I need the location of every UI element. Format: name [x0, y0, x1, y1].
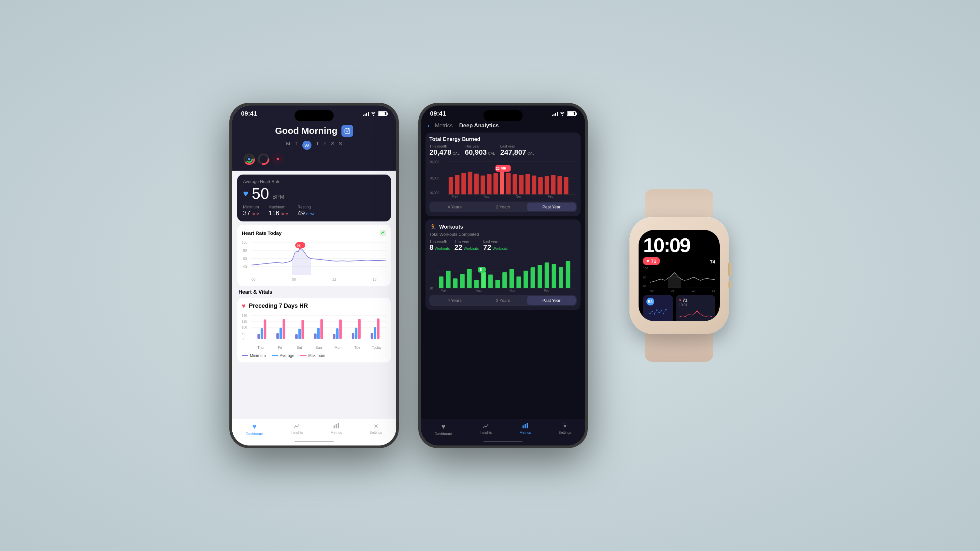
svg-text:Feb: Feb	[548, 195, 554, 198]
svg-rect-115	[495, 280, 500, 288]
hr-value: 50	[252, 186, 269, 202]
svg-rect-48	[280, 328, 282, 339]
svg-rect-68	[554, 114, 555, 116]
calendar-icon	[344, 128, 350, 134]
vitals-section-label: Heart & Vitals	[239, 289, 272, 295]
settings-icon	[372, 422, 380, 430]
watch-side-button	[729, 281, 731, 289]
phone2-screen: 09:41	[421, 105, 585, 446]
svg-rect-54	[264, 319, 267, 339]
svg-rect-107	[453, 278, 458, 288]
p2-tab-settings[interactable]: Settings	[558, 422, 571, 434]
legend-average: Average	[272, 353, 294, 358]
workout-pastyear-btn[interactable]: Past Year	[527, 296, 576, 305]
max-value: 116	[269, 210, 279, 217]
svg-text:52: 52	[297, 243, 301, 247]
max-label: Maximum	[269, 205, 288, 210]
svg-rect-90	[519, 175, 523, 194]
energy-4years-btn[interactable]: 4 Years	[430, 203, 479, 211]
svg-point-14	[248, 158, 251, 160]
hr-today-chart: 100 80 60 40 52	[242, 239, 387, 275]
svg-rect-45	[352, 333, 355, 339]
svg-text:50: 50	[242, 337, 245, 341]
svg-rect-117	[509, 269, 514, 288]
energy-2years-btn[interactable]: 2 Years	[479, 203, 527, 211]
svg-text:Aug: Aug	[476, 289, 481, 292]
workout-thisyear-unit: Workouts	[464, 246, 479, 251]
workout-title: Workouts	[439, 224, 463, 230]
svg-rect-88	[506, 173, 511, 194]
day-F: F	[323, 141, 326, 150]
svg-rect-108	[460, 274, 465, 288]
svg-text:100: 100	[242, 326, 247, 329]
tab-insights[interactable]: Insights	[291, 422, 303, 434]
svg-rect-131	[525, 424, 526, 429]
energy-lastyear-unit: CAL	[527, 151, 534, 155]
svg-point-66	[375, 425, 377, 427]
svg-text:May: May	[452, 195, 458, 198]
avg-hr-label: Average Heart Rate	[243, 179, 385, 184]
rest-value: 49	[298, 210, 305, 217]
svg-rect-69	[555, 113, 556, 116]
svg-rect-114	[488, 275, 493, 288]
svg-rect-78	[455, 175, 460, 194]
watch-hr-mini-chart	[679, 308, 712, 319]
svg-rect-91	[525, 174, 530, 194]
min-unit: BPM	[251, 212, 259, 216]
phone2-time: 09:41	[430, 110, 446, 117]
workout-subtitle: Total Workouts Completed	[430, 232, 577, 237]
watch-body: 10:09 ♥ 71 100 80 60	[630, 217, 729, 334]
svg-text:Nov: Nov	[516, 195, 522, 198]
p2-tab-insights[interactable]: Insights	[480, 422, 492, 434]
watch-steps-value: 53	[646, 298, 654, 305]
workout-bar-chart: 10 5	[430, 254, 577, 292]
svg-rect-41	[276, 333, 279, 339]
workout-thisyear-value: 22	[455, 243, 462, 252]
energy-pastyear-btn[interactable]: Past Year	[527, 203, 576, 211]
p2-battery-icon	[567, 111, 576, 116]
p2-tab-metrics[interactable]: Metrics	[519, 422, 531, 434]
signal-icon	[363, 112, 369, 116]
svg-rect-93	[538, 177, 543, 194]
p2-tab-dashboard[interactable]: ♥ Dashboard	[434, 422, 452, 436]
dynamic-island	[294, 110, 334, 121]
workout-thismonth-unit: Workouts	[434, 246, 450, 251]
tab-insights-label: Insights	[291, 430, 303, 434]
svg-rect-53	[374, 327, 376, 339]
p2-insights-icon	[482, 422, 489, 430]
svg-rect-50	[317, 328, 320, 339]
p2-tab-dashboard-label: Dashboard	[434, 432, 452, 436]
workout-4years-btn[interactable]: 4 Years	[430, 296, 479, 305]
phone1-time: 09:41	[241, 110, 257, 117]
tab-dashboard[interactable]: ♥ Dashboard	[246, 422, 263, 436]
svg-rect-3	[368, 112, 369, 116]
workout-2years-btn[interactable]: 2 Years	[479, 296, 527, 305]
watch-heart-badge: ♥ 71	[643, 257, 660, 265]
svg-rect-8	[346, 131, 347, 132]
insights-icon	[293, 422, 301, 430]
svg-rect-105	[439, 276, 444, 288]
workout-lastyear-unit: Workouts	[493, 246, 508, 251]
day-mon-label: Mon	[332, 346, 344, 349]
svg-rect-96	[557, 176, 562, 194]
day-W-active: W	[302, 141, 312, 150]
svg-point-146	[696, 311, 698, 312]
svg-rect-49	[298, 329, 301, 339]
svg-rect-2	[366, 113, 367, 116]
svg-text:30,000: 30,000	[430, 160, 439, 164]
greeting-text: Good Morning	[275, 126, 337, 136]
svg-rect-55	[282, 319, 285, 339]
svg-rect-116	[503, 272, 507, 288]
svg-rect-120	[531, 267, 535, 288]
p2-tab-metrics-label: Metrics	[519, 430, 531, 434]
hr-unit: BPM	[272, 194, 285, 200]
svg-rect-95	[551, 175, 555, 194]
svg-rect-67	[552, 114, 553, 116]
watch-time: 10:09	[643, 235, 715, 255]
tab-settings[interactable]: Settings	[369, 422, 382, 434]
energy-thisyear-label: This year	[465, 144, 495, 148]
day-T2: T	[316, 141, 319, 150]
back-arrow[interactable]: ‹	[428, 122, 430, 129]
tab-metrics[interactable]: Metrics	[330, 422, 342, 434]
activity-ring-2	[258, 153, 270, 165]
